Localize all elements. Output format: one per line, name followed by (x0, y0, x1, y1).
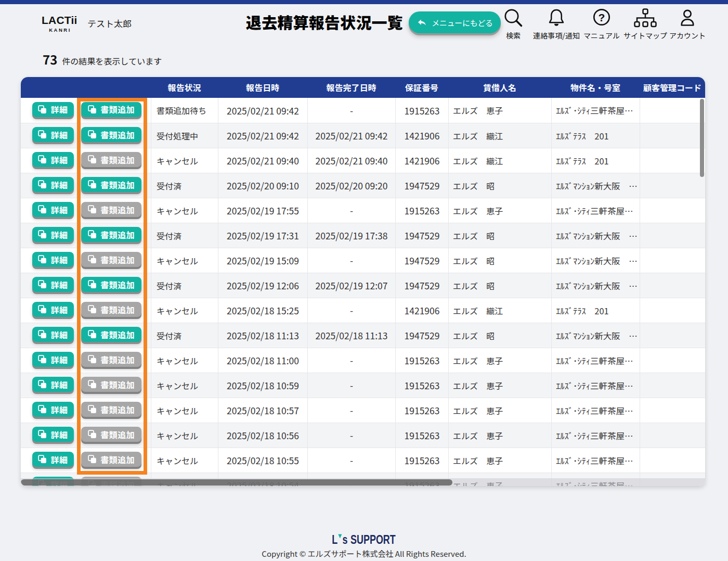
detail-button[interactable]: 詳細 (32, 402, 74, 417)
footer-logo-l: L (332, 534, 338, 546)
detail-button[interactable]: 詳細 (32, 452, 74, 467)
copy-document-icon (88, 105, 97, 114)
table-row: 詳細書類追加キャンセル2025/02/18 10:57-1915263エルズ 恵… (21, 398, 705, 423)
detail-button[interactable]: 詳細 (32, 127, 74, 142)
detail-button[interactable]: 詳細 (32, 102, 74, 117)
copy-document-icon (38, 305, 47, 314)
add-documents-button[interactable]: 書類追加 (81, 252, 141, 267)
detail-button[interactable]: 詳細 (32, 227, 74, 242)
tenant-name-cell: エルズ 昭 (448, 323, 551, 348)
reported-at-cell: 2025/02/18 11:13 (218, 323, 307, 348)
detail-button-label: 詳細 (50, 178, 68, 191)
property-name-cell: ｴﾙｽﾞ･ｼﾃｨ三軒茶屋… (551, 98, 640, 123)
guarantee-no-cell: 1421906 (395, 298, 448, 323)
add-documents-button[interactable]: 書類追加 (81, 302, 141, 317)
completed-at-cell: 2025/02/21 09:42 (307, 123, 395, 148)
add-documents-button[interactable]: 書類追加 (81, 277, 141, 292)
tenant-name-cell: エルズ 昭 (448, 223, 551, 248)
detail-button[interactable]: 詳細 (32, 277, 74, 292)
property-name-cell: ｴﾙｽﾞﾏﾝｼｮﾝ新大阪 … (551, 248, 640, 273)
tenant-name-cell: エルズ 恵子 (448, 423, 551, 448)
horizontal-scrollbar-thumb[interactable] (21, 479, 452, 486)
add-documents-button-label: 書類追加 (100, 154, 135, 166)
add-documents-button-label: 書類追加 (100, 228, 135, 241)
tenant-name-cell: エルズ 恵子 (448, 348, 551, 373)
completed-at-cell: - (307, 448, 395, 473)
top-accent-bar (0, 0, 728, 4)
row-actions-cell: 詳細書類追加 (21, 173, 151, 198)
tenant-name-cell: エルズ 昭 (448, 248, 551, 273)
copy-document-icon (38, 105, 47, 114)
table-row: 詳細書類追加キャンセル2025/02/18 11:00-1915263エルズ 恵… (21, 348, 705, 373)
back-to-menu-button[interactable]: メニューにもどる (409, 11, 501, 33)
add-documents-button[interactable]: 書類追加 (81, 377, 141, 392)
row-actions-cell: 詳細書類追加 (21, 323, 151, 348)
nav-item-search[interactable]: 検索 (501, 7, 526, 40)
status-cell: キャンセル (151, 148, 218, 173)
copy-document-icon (88, 355, 97, 364)
copy-document-icon (88, 455, 97, 464)
add-documents-button[interactable]: 書類追加 (81, 427, 141, 442)
app-logo[interactable]: LACTii KANRI (42, 15, 77, 32)
add-documents-button[interactable]: 書類追加 (81, 102, 141, 117)
status-cell: キャンセル (151, 198, 218, 223)
completed-at-cell: - (307, 398, 395, 423)
nav-item-bell[interactable]: 連絡事項/通知 (531, 7, 582, 40)
status-cell: キャンセル (151, 423, 218, 448)
add-documents-button[interactable]: 書類追加 (81, 177, 141, 192)
property-name-cell: ｴﾙｽﾞﾃﾗｽ 201 (551, 298, 640, 323)
nav-item-sitemap[interactable]: サイトマップ (622, 7, 668, 40)
detail-button[interactable]: 詳細 (32, 427, 74, 442)
row-actions-cell: 詳細書類追加 (21, 373, 151, 398)
property-name-cell: ｴﾙｽﾞ･ｼﾃｨ三軒茶屋… (551, 198, 640, 223)
detail-button-label: 詳細 (50, 328, 68, 341)
add-documents-button[interactable]: 書類追加 (81, 452, 141, 467)
horizontal-scrollbar[interactable] (21, 478, 705, 486)
detail-button[interactable]: 詳細 (32, 327, 74, 342)
detail-button[interactable]: 詳細 (32, 302, 74, 317)
detail-button-label: 詳細 (50, 428, 68, 441)
add-documents-button[interactable]: 書類追加 (81, 327, 141, 342)
copy-document-icon (38, 205, 47, 214)
guarantee-no-cell: 1915263 (395, 398, 448, 423)
row-actions-cell: 詳細書類追加 (21, 198, 151, 223)
nav-item-account[interactable]: アカウント (668, 7, 708, 40)
nav-item-help[interactable]: ?マニュアル (581, 7, 622, 40)
status-cell: 受付済 (151, 273, 218, 298)
results-summary: 73 件の結果を表示しています (43, 50, 162, 68)
add-documents-button[interactable]: 書類追加 (81, 352, 141, 367)
detail-button[interactable]: 詳細 (32, 377, 74, 392)
table-row: 詳細書類追加キャンセル2025/02/18 15:25-1421906エルズ 織… (21, 298, 705, 323)
add-documents-button[interactable]: 書類追加 (81, 152, 141, 167)
row-actions-cell: 詳細書類追加 (21, 148, 151, 173)
customer-code-cell (640, 398, 705, 423)
add-documents-button[interactable]: 書類追加 (81, 227, 141, 242)
add-documents-button-label: 書類追加 (100, 129, 135, 141)
add-documents-button[interactable]: 書類追加 (81, 402, 141, 417)
customer-code-cell (640, 148, 705, 173)
guarantee-no-cell: 1947529 (395, 223, 448, 248)
copy-document-icon (38, 405, 47, 414)
vertical-scrollbar-thumb[interactable] (700, 99, 704, 177)
copy-document-icon (88, 430, 97, 439)
status-cell: 受付済 (151, 173, 218, 198)
row-actions-cell: 詳細書類追加 (21, 448, 151, 473)
row-actions-cell: 詳細書類追加 (21, 298, 151, 323)
detail-button[interactable]: 詳細 (32, 202, 74, 217)
guarantee-no-cell: 1915263 (395, 448, 448, 473)
customer-code-cell (640, 98, 705, 123)
add-documents-button-label: 書類追加 (100, 328, 135, 341)
detail-button[interactable]: 詳細 (32, 352, 74, 367)
guarantee-no-cell: 1915263 (395, 98, 448, 123)
detail-button[interactable]: 詳細 (32, 152, 74, 167)
copy-document-icon (38, 380, 47, 389)
property-name-cell: ｴﾙｽﾞ･ｼﾃｨ三軒茶屋… (551, 348, 640, 373)
detail-button[interactable]: 詳細 (32, 252, 74, 267)
tenant-name-cell: エルズ 恵子 (448, 198, 551, 223)
col-header-property: 物件名・号室 (551, 77, 640, 98)
add-documents-button[interactable]: 書類追加 (81, 202, 141, 217)
detail-button[interactable]: 詳細 (32, 177, 74, 192)
add-documents-button[interactable]: 書類追加 (81, 127, 141, 142)
status-cell: 受付処理中 (151, 123, 218, 148)
customer-code-cell (640, 373, 705, 398)
